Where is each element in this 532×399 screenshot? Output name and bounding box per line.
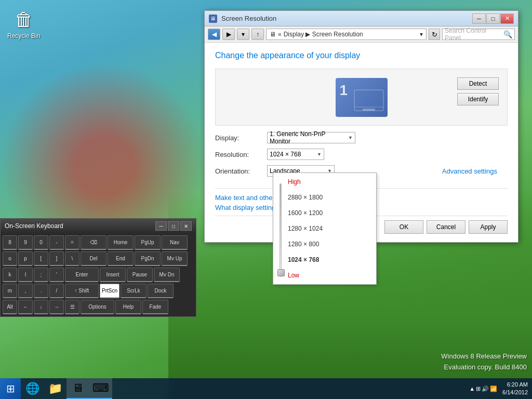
key-del[interactable]: Del — [81, 251, 107, 266]
res-slider-track[interactable] — [280, 183, 282, 277]
res-option-1[interactable]: 1600 × 1200 — [288, 205, 370, 221]
taskbar-ie[interactable]: 🌐 — [21, 378, 44, 399]
osk-close-button[interactable]: ✕ — [180, 221, 192, 231]
key-left[interactable]: ← — [18, 300, 33, 314]
res-option-4[interactable]: 532 × 399 — [288, 252, 370, 268]
key-0[interactable]: 0 — [34, 235, 48, 250]
apply-button[interactable]: Apply — [469, 220, 508, 234]
res-option-0[interactable]: 2880 × 1800 — [288, 190, 370, 205]
address-breadcrumb: Display ▶ Screen Resolution — [284, 31, 363, 38]
key-minus[interactable]: - — [49, 235, 64, 250]
resolution-value: 532 × 399 — [270, 151, 315, 158]
key-m[interactable]: m — [3, 284, 17, 298]
detect-button[interactable]: Detect — [457, 77, 499, 90]
taskbar-control-panel[interactable]: 🖥 — [66, 378, 89, 399]
monitor-number: 1 — [340, 82, 348, 99]
key-pgup[interactable]: PgUp — [135, 235, 161, 250]
osk-maximize-button[interactable]: □ — [168, 221, 179, 231]
refresh-button[interactable]: ↻ — [429, 29, 440, 40]
ok-button[interactable]: OK — [384, 220, 423, 234]
forward-button[interactable]: ▶ — [222, 29, 235, 40]
key-menu[interactable]: ☰ — [65, 300, 79, 314]
res-label-high: High — [288, 178, 370, 185]
res-slider-thumb[interactable] — [277, 269, 285, 276]
key-semicolon[interactable]: ; — [34, 268, 48, 282]
key-slash[interactable]: / — [49, 284, 64, 298]
key-fade[interactable]: Fade — [142, 300, 168, 314]
address-dropdown-arrow[interactable]: ▾ — [420, 31, 423, 38]
key-quote[interactable]: ' — [49, 268, 64, 282]
cancel-button[interactable]: Cancel — [427, 220, 466, 234]
sr-minimize-button[interactable]: ─ — [472, 14, 486, 24]
key-comma[interactable]: , — [18, 284, 33, 298]
start-button[interactable]: ⊞ — [0, 378, 21, 399]
taskbar-items: 🌐 📁 🖥 ⌨ — [21, 378, 463, 399]
key-k[interactable]: k — [3, 268, 17, 282]
res-slider-area: High 2880 × 1800 1600 × 1200 1280 × 1024… — [280, 178, 370, 279]
key-9[interactable]: 9 — [18, 235, 33, 250]
taskbar-explorer[interactable]: 📁 — [44, 378, 66, 399]
recycle-bin-icon[interactable]: 🗑 Recycle Bin — [5, 5, 42, 42]
key-pause[interactable]: Pause — [127, 268, 153, 282]
key-bracket-r[interactable]: ] — [49, 251, 64, 266]
key-mvdn[interactable]: Mv Dn — [154, 268, 180, 282]
taskbar-right: ▲ ⊞ 🔊 📶 6:20 AM 6/14/2012 — [463, 381, 532, 397]
key-mvup[interactable]: Mv Up — [162, 251, 188, 266]
up-button[interactable]: ↑ — [251, 29, 264, 40]
res-option-2[interactable]: 1280 × 1024 — [288, 221, 370, 236]
identify-button[interactable]: Identify — [457, 93, 499, 105]
display-row: Display: 1. Generic Non-PnP Monitor ▼ — [215, 132, 508, 143]
key-nav[interactable]: Nav — [162, 235, 188, 250]
key-end[interactable]: End — [108, 251, 134, 266]
key-insert[interactable]: Insert — [100, 268, 126, 282]
key-down[interactable]: ↓ — [34, 300, 48, 314]
taskbar-clock[interactable]: 6:20 AM 6/14/2012 — [502, 381, 528, 397]
resolution-select[interactable]: 532 × 399 ▼ — [267, 149, 324, 160]
key-options[interactable]: Options — [81, 300, 114, 314]
key-o[interactable]: o — [3, 251, 17, 266]
key-prtscn[interactable]: PrtScn — [100, 284, 119, 298]
taskbar-keyboard[interactable]: ⌨ — [89, 378, 112, 399]
address-separator: « — [278, 31, 282, 38]
key-shift-r[interactable]: ↑ Shift — [65, 284, 99, 298]
key-p[interactable]: p — [18, 251, 33, 266]
watermark: Windows 8 Release Preview Evaluation cop… — [441, 351, 527, 373]
key-pgdn[interactable]: PgDn — [135, 251, 161, 266]
key-l[interactable]: l — [18, 268, 33, 282]
res-option-3[interactable]: 1280 × 800 — [288, 236, 370, 252]
tray-up-arrow[interactable]: ▲ — [469, 385, 475, 392]
sr-titlebar: 🖥 Screen Resolution ─ □ ✕ — [205, 11, 518, 26]
orientation-label: Orientation: — [215, 167, 267, 175]
osk-minimize-button[interactable]: ─ — [155, 221, 167, 231]
key-help[interactable]: Help — [115, 300, 141, 314]
osk-body: 8 9 0 - = ⌫ Home PgUp Nav o p [ ] \ Del … — [1, 233, 196, 316]
resolution-row: Resolution: 532 × 399 ▼ — [215, 149, 508, 160]
sr-maximize-button[interactable]: □ — [486, 14, 500, 24]
back-button[interactable]: ◀ — [208, 29, 220, 40]
key-backspace[interactable]: ⌫ — [81, 235, 107, 250]
sr-close-button[interactable]: ✕ — [500, 14, 514, 24]
clock-time: 6:20 AM — [502, 381, 528, 389]
res-labels: High 2880 × 1800 1600 × 1200 1280 × 1024… — [288, 178, 370, 279]
sr-window-title: Screen Resolution — [221, 15, 472, 22]
key-backslash[interactable]: \ — [65, 251, 79, 266]
key-bracket-l[interactable]: [ — [34, 251, 48, 266]
address-bar[interactable]: 🖥 « Display ▶ Screen Resolution ▾ — [266, 29, 427, 40]
sr-addressbar: ◀ ▶ ▾ ↑ 🖥 « Display ▶ Screen Resolution … — [205, 26, 518, 43]
key-period[interactable]: . — [34, 284, 48, 298]
advanced-settings-link[interactable]: Advanced settings — [442, 167, 497, 175]
key-home[interactable]: Home — [108, 235, 134, 250]
osk-row-2: o p [ ] \ Del End PgDn Mv Up — [3, 251, 194, 266]
key-dock[interactable]: Dock — [148, 284, 174, 298]
search-box[interactable]: Search Control Panel 🔍 — [442, 29, 515, 40]
key-scrlk[interactable]: ScrLk — [121, 284, 147, 298]
key-equals[interactable]: = — [65, 235, 79, 250]
key-enter[interactable]: Enter — [65, 268, 99, 282]
search-icon[interactable]: 🔍 — [503, 30, 512, 38]
key-right[interactable]: → — [49, 300, 64, 314]
key-8[interactable]: 8 — [3, 235, 17, 250]
monitor-preview: 1 — [336, 78, 388, 117]
key-alt[interactable]: Alt — [3, 300, 17, 314]
display-select[interactable]: 1. Generic Non-PnP Monitor ▼ — [267, 132, 355, 143]
dropdown-button[interactable]: ▾ — [237, 29, 249, 40]
